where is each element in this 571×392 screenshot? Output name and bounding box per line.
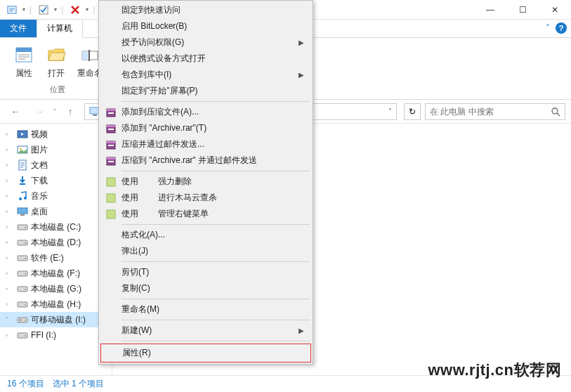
menu-item-label: 固定到"开始"屏幕(P): [122, 85, 198, 97]
tree-item-0[interactable]: ›视频: [0, 126, 112, 142]
tree-item-1[interactable]: ›图片: [0, 142, 112, 157]
menu-item-label: 压缩到 "Archive.rar" 并通过邮件发送: [122, 155, 257, 166]
open-folder-icon: [45, 44, 67, 66]
tree-item-label: 本地磁盘 (C:): [31, 221, 81, 233]
menu-item-26[interactable]: 属性(R): [100, 344, 311, 362]
tree-item-icon: [17, 175, 28, 186]
minimize-button[interactable]: —: [474, 0, 506, 20]
menu-item-17[interactable]: 弹出(J): [100, 243, 311, 259]
tree-expand-chevron[interactable]: ›: [6, 192, 14, 200]
tree-item-8[interactable]: ›软件 (E:): [0, 250, 112, 266]
tree-item-11[interactable]: ›本地磁盘 (H:): [0, 296, 112, 312]
ribbon-open-button[interactable]: 打开: [42, 42, 70, 81]
menu-item-2[interactable]: 授予访问权限(G)▶: [100, 34, 311, 51]
tree-item-label: 本地磁盘 (F:): [31, 268, 80, 280]
menu-item-3[interactable]: 以便携式设备方式打开: [100, 51, 311, 67]
menu-separator: [122, 261, 310, 262]
menu-item-16[interactable]: 格式化(A)...: [100, 227, 311, 243]
tree-expand-chevron[interactable]: ›: [6, 131, 14, 138]
qat-caret-1[interactable]: ▾: [22, 6, 25, 13]
menu-item-20[interactable]: 复制(C): [100, 280, 311, 296]
tree-item-4[interactable]: ›音乐: [0, 188, 112, 204]
svg-rect-16: [93, 115, 97, 116]
menu-item-5[interactable]: 固定到"开始"屏幕(P): [100, 83, 311, 99]
nav-up-button[interactable]: ↑: [60, 102, 80, 122]
menu-item-13[interactable]: 使用进行木马云查杀: [100, 190, 311, 206]
maximize-button[interactable]: ☐: [506, 0, 539, 20]
qat-properties-icon[interactable]: [4, 2, 20, 18]
menu-item-7[interactable]: 添加到压缩文件(A)...: [100, 104, 311, 120]
qat-caret-2[interactable]: ▾: [54, 6, 57, 13]
menu-item-19[interactable]: 剪切(T): [100, 264, 311, 280]
ribbon-properties-button[interactable]: 属性: [10, 42, 38, 81]
menu-item-24[interactable]: 新建(W)▶: [100, 322, 311, 339]
search-input[interactable]: [430, 107, 551, 117]
search-box[interactable]: [425, 103, 565, 120]
tree-item-7[interactable]: ›本地磁盘 (D:): [0, 235, 112, 250]
tree-item-icon: [17, 221, 28, 233]
tree-item-icon: [17, 206, 28, 217]
qat-delete-icon[interactable]: [67, 2, 83, 18]
address-dropdown-caret[interactable]: ˅: [388, 107, 392, 115]
tree-item-9[interactable]: ›本地磁盘 (F:): [0, 266, 112, 281]
menu-item-label: 添加到压缩文件(A)...: [122, 106, 199, 118]
menu-item-0[interactable]: 固定到快速访问: [100, 2, 311, 18]
menu-item-label: 复制(C): [122, 282, 150, 294]
tree-expand-chevron[interactable]: ›: [6, 254, 14, 261]
tree-expand-chevron[interactable]: ›: [6, 162, 14, 169]
properties-icon: [13, 44, 35, 66]
tree-expand-chevron[interactable]: ›: [6, 223, 14, 230]
nav-back-button[interactable]: ←: [6, 102, 25, 122]
tree-item-13[interactable]: ›FFI (I:): [0, 327, 112, 343]
tree-expand-chevron[interactable]: ›: [6, 285, 14, 292]
tree-item-label: 桌面: [31, 206, 48, 218]
menu-item-12[interactable]: 使用强力删除: [100, 174, 311, 190]
menu-item-1[interactable]: 启用 BitLocker(B): [100, 18, 311, 34]
tree-item-icon: [17, 144, 28, 155]
tree-expand-chevron[interactable]: ˅: [6, 316, 14, 323]
menu-item-14[interactable]: 使用管理右键菜单: [100, 206, 311, 222]
tree-expand-chevron[interactable]: ›: [6, 301, 14, 308]
quick-access-toolbar: ▾ | ▾ | ▾ | ▾: [0, 2, 102, 18]
tree-item-3[interactable]: ›下载: [0, 173, 112, 188]
search-icon[interactable]: [551, 107, 560, 117]
qat-checkbox-icon[interactable]: [36, 2, 51, 18]
menu-item-9[interactable]: 压缩并通过邮件发送...: [100, 136, 311, 152]
svg-rect-63: [107, 210, 115, 218]
tree-expand-chevron[interactable]: ›: [6, 332, 14, 339]
submenu-arrow-icon: ▶: [298, 327, 304, 334]
menu-item-label: 启用 BitLocker(B): [122, 20, 187, 32]
qat-caret-3[interactable]: ▾: [86, 6, 88, 13]
ribbon-collapse-caret[interactable]: ˄: [546, 23, 550, 33]
close-button[interactable]: ✕: [539, 0, 571, 20]
tree-expand-chevron[interactable]: ›: [6, 208, 14, 215]
menu-item-label: 属性(R): [122, 347, 151, 359]
tree-expand-chevron[interactable]: ›: [6, 239, 14, 246]
qat-sep-1: |: [29, 5, 32, 15]
tab-file[interactable]: 文件: [0, 20, 37, 37]
tree-item-label: 文档: [31, 159, 48, 171]
svg-rect-45: [19, 319, 22, 321]
tree-item-10[interactable]: ›本地磁盘 (G:): [0, 281, 112, 296]
tree-expand-chevron[interactable]: ›: [6, 146, 14, 153]
help-icon[interactable]: ?: [556, 22, 567, 34]
refresh-button[interactable]: ↻: [404, 103, 421, 120]
nav-forward-button[interactable]: →: [29, 102, 49, 122]
tree-item-icon: [17, 129, 28, 140]
tree-item-12[interactable]: ˅可移动磁盘 (I:): [0, 312, 112, 327]
menu-item-8[interactable]: 添加到 "Archive.rar"(T): [100, 120, 311, 136]
svg-rect-4: [39, 6, 48, 14]
tree-item-5[interactable]: ›桌面: [0, 204, 112, 219]
menu-item-10[interactable]: 压缩到 "Archive.rar" 并通过邮件发送: [100, 152, 311, 169]
tab-computer[interactable]: 计算机: [37, 19, 83, 38]
tree-item-2[interactable]: ›文档: [0, 157, 112, 173]
menu-item-22[interactable]: 重命名(M): [100, 301, 311, 318]
ribbon-open-label: 打开: [48, 67, 65, 79]
tree-expand-chevron[interactable]: ›: [6, 177, 14, 184]
tree-expand-chevron[interactable]: ›: [6, 270, 14, 277]
menu-item-4[interactable]: 包含到库中(I)▶: [100, 67, 311, 83]
app-icon: [105, 176, 117, 188]
svg-rect-59: [107, 157, 115, 159]
tree-item-6[interactable]: ›本地磁盘 (C:): [0, 219, 112, 235]
nav-history-caret[interactable]: ˅: [53, 108, 56, 115]
